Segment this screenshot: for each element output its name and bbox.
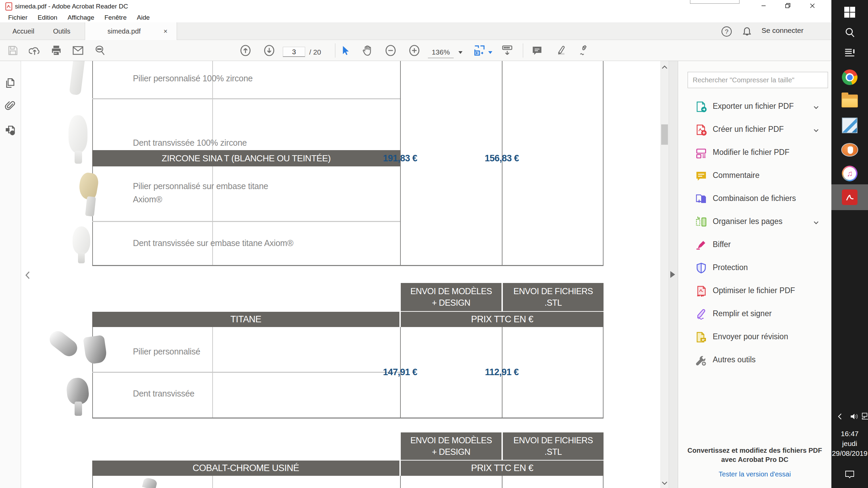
pdf-page-viewport[interactable]: Pilier personnalisé 100% zircone Dent tr… bbox=[21, 61, 660, 488]
tool-edit-pdf[interactable]: Modifier le fichier PDF bbox=[678, 142, 831, 164]
left-navigation-rail: i bbox=[0, 61, 21, 488]
scrollbar-thumb[interactable] bbox=[661, 124, 668, 145]
save-icon[interactable] bbox=[7, 44, 19, 57]
sign-tool-icon[interactable] bbox=[577, 44, 589, 57]
next-page-icon[interactable] bbox=[263, 44, 275, 57]
zoom-in-icon[interactable] bbox=[408, 44, 420, 57]
taskbar-search-icon[interactable] bbox=[831, 22, 868, 43]
print-icon[interactable] bbox=[50, 44, 62, 57]
menu-fenetre[interactable]: Fenêtre bbox=[102, 14, 129, 21]
volume-icon[interactable] bbox=[846, 408, 863, 425]
price-models-design: 147,91 € bbox=[349, 367, 451, 378]
page-thumbnails-icon[interactable] bbox=[5, 77, 16, 89]
tool-more-tools[interactable]: Autres outils bbox=[678, 349, 831, 371]
tool-fill-sign[interactable]: Remplir et signer bbox=[678, 303, 831, 325]
trial-link[interactable]: Tester la version d'essai bbox=[685, 470, 825, 478]
clock-date[interactable]: 29/08/2019 bbox=[831, 449, 868, 458]
collapse-toolbar-icon[interactable] bbox=[501, 44, 513, 57]
select-tool-icon[interactable] bbox=[339, 44, 351, 57]
highlight-tool-icon[interactable] bbox=[554, 44, 566, 57]
table-border bbox=[92, 221, 400, 222]
document-toolbar: / 20 136% bbox=[0, 40, 831, 61]
tab-accueil[interactable]: Accueil bbox=[5, 22, 42, 40]
tab-close-icon[interactable]: × bbox=[162, 27, 169, 35]
table-section-header: COBALT-CHROME USINÉ bbox=[92, 461, 399, 476]
redact-icon bbox=[695, 239, 707, 251]
chevron-down-icon[interactable] bbox=[813, 220, 819, 226]
table-section-header: TITANE bbox=[92, 312, 399, 327]
window-title: simeda.pdf - Adobe Acrobat Reader DC bbox=[15, 3, 128, 10]
hidden-icons-chevron[interactable] bbox=[831, 408, 848, 425]
action-center-icon[interactable] bbox=[831, 464, 868, 485]
network-icon[interactable] bbox=[861, 408, 868, 425]
tool-redact[interactable]: Biffer bbox=[678, 234, 831, 256]
product-image-titane-pilier bbox=[85, 196, 96, 217]
tab-outils[interactable]: Outils bbox=[45, 22, 79, 40]
comment-icon bbox=[695, 170, 707, 182]
scroll-up-icon[interactable] bbox=[662, 64, 668, 71]
page-number-input[interactable] bbox=[283, 47, 305, 57]
attachments-paperclip-icon[interactable] bbox=[5, 100, 16, 112]
tool-organize-pages[interactable]: Organiser les pages bbox=[678, 211, 831, 233]
combine-files-icon bbox=[695, 193, 707, 205]
chrome-icon[interactable] bbox=[831, 66, 868, 88]
acrobat-active-task[interactable] bbox=[831, 184, 868, 210]
menu-affichage[interactable]: Affichage bbox=[65, 14, 96, 21]
acrobat-file-icon bbox=[5, 2, 12, 11]
menu-edition[interactable]: Edition bbox=[36, 14, 59, 21]
menu-aide[interactable]: Aide bbox=[135, 14, 152, 21]
restore-button[interactable] bbox=[778, 0, 797, 12]
row-label: Dent transvissée sur embase titane Axiom… bbox=[133, 237, 293, 250]
product-image-zircone-pilier bbox=[69, 61, 86, 96]
zoom-level-value[interactable]: 136% bbox=[428, 48, 454, 58]
itunes-icon[interactable]: ♫ bbox=[831, 163, 868, 184]
design-app-icon[interactable] bbox=[831, 115, 868, 136]
expand-panel-arrow-icon[interactable] bbox=[670, 271, 675, 278]
page-count-label: / 20 bbox=[309, 48, 321, 56]
title-bar: simeda.pdf - Adobe Acrobat Reader DC bbox=[0, 0, 831, 13]
tool-optimize-pdf[interactable]: Optimiser le fichier PDF bbox=[678, 280, 831, 302]
scroll-down-icon[interactable] bbox=[662, 480, 668, 487]
sign-in-link[interactable]: Se connecter bbox=[762, 26, 804, 35]
help-icon[interactable]: ? bbox=[722, 26, 732, 37]
previous-page-icon[interactable] bbox=[239, 44, 252, 57]
close-button[interactable] bbox=[803, 0, 822, 12]
chevron-down-icon[interactable] bbox=[813, 104, 819, 110]
fit-width-caret-icon[interactable] bbox=[488, 51, 492, 54]
chevron-down-icon[interactable] bbox=[813, 127, 819, 134]
zoom-out-icon[interactable] bbox=[384, 44, 397, 57]
tool-create-pdf[interactable]: Créer un fichier PDF bbox=[678, 119, 831, 141]
zoom-caret-icon[interactable] bbox=[458, 51, 462, 54]
find-icon[interactable] bbox=[94, 44, 106, 57]
tool-send-review[interactable]: Envoyer pour révision bbox=[678, 326, 831, 348]
notifications-bell-icon[interactable] bbox=[742, 26, 752, 37]
minimize-button[interactable] bbox=[754, 0, 773, 12]
price-header: PRIX TTC EN € bbox=[401, 312, 604, 327]
product-image-titane-dent bbox=[78, 252, 85, 263]
start-button-icon[interactable] bbox=[831, 1, 868, 23]
table-border bbox=[92, 476, 93, 488]
menu-fichier[interactable]: Fichier bbox=[6, 14, 29, 21]
tool-combine-files[interactable]: Combinaison de fichiers bbox=[678, 188, 831, 210]
tab-document[interactable]: simeda.pdf × bbox=[85, 22, 177, 40]
previous-view-chevron-icon[interactable] bbox=[24, 270, 31, 280]
cloud-upload-icon[interactable] bbox=[28, 44, 41, 57]
column-header-models: ENVOI DE MODÈLES + DESIGN bbox=[401, 283, 501, 311]
tool-protection[interactable]: Protection bbox=[678, 257, 831, 279]
tool-export-pdf[interactable]: Exporter un fichier PDF bbox=[678, 96, 831, 118]
file-info-icon[interactable]: i bbox=[5, 125, 16, 136]
comment-tool-icon[interactable] bbox=[531, 44, 543, 57]
hand-tool-icon[interactable] bbox=[361, 44, 374, 57]
tool-comment[interactable]: Commentaire bbox=[678, 165, 831, 187]
fit-width-icon[interactable] bbox=[473, 44, 486, 57]
file-explorer-icon[interactable] bbox=[831, 90, 868, 112]
clock-day[interactable]: jeudi bbox=[831, 440, 868, 448]
product-image-dent-metal bbox=[65, 377, 90, 405]
clock-time[interactable]: 16:47 bbox=[831, 430, 868, 438]
column-header-models: ENVOI DE MODÈLES + DESIGN bbox=[401, 432, 501, 460]
screen: simeda.pdf - Adobe Acrobat Reader DC Fic… bbox=[0, 0, 868, 488]
dental-app-icon[interactable] bbox=[831, 139, 868, 161]
tools-search-input[interactable] bbox=[688, 72, 828, 88]
email-icon[interactable] bbox=[72, 44, 84, 57]
task-view-icon[interactable] bbox=[831, 42, 868, 64]
